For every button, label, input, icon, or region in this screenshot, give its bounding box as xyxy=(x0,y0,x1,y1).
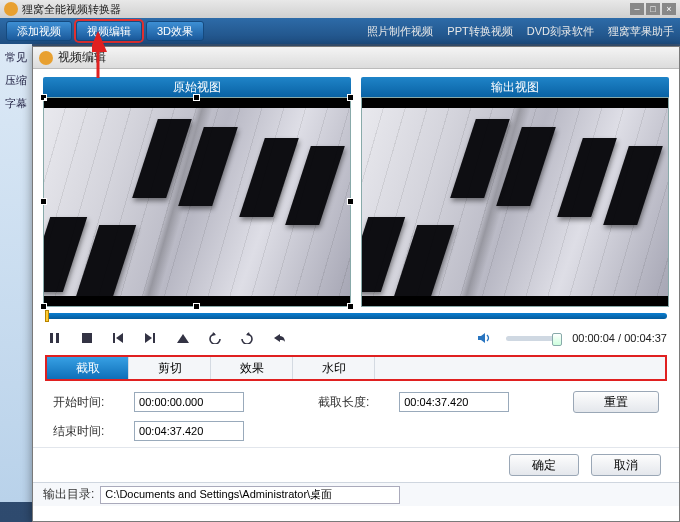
crop-handle[interactable] xyxy=(347,198,354,205)
editor-titlebar: 视频编辑 xyxy=(33,47,679,69)
app-title: 狸窝全能视频转换器 xyxy=(22,2,121,17)
editor-tabs: 截取 剪切 效果 水印 xyxy=(45,355,667,381)
playback-controls: 00:00:04 / 00:04:37 xyxy=(33,325,679,351)
rotate-left-button[interactable] xyxy=(205,330,225,346)
end-time-input[interactable] xyxy=(134,421,244,441)
pause-button[interactable] xyxy=(45,330,65,346)
crop-handle[interactable] xyxy=(347,303,354,310)
volume-icon[interactable] xyxy=(474,330,494,346)
tab-watermark[interactable]: 水印 xyxy=(293,357,375,379)
trim-params: 开始时间: 截取长度: 重置 结束时间: xyxy=(33,381,679,447)
next-frame-button[interactable] xyxy=(141,330,161,346)
prev-frame-button[interactable] xyxy=(109,330,129,346)
stop-button[interactable] xyxy=(77,330,97,346)
svg-rect-2 xyxy=(56,333,59,343)
volume-slider[interactable] xyxy=(506,336,560,341)
sidebar-item-compress[interactable]: 压缩 xyxy=(0,73,32,88)
time-display: 00:00:04 / 00:04:37 xyxy=(572,332,667,344)
editor-icon xyxy=(39,51,53,65)
progress-bar[interactable] xyxy=(45,313,667,319)
original-preview[interactable] xyxy=(43,97,351,307)
video-editor-dialog: 视频编辑 原始视图 xyxy=(32,46,680,522)
crop-handle[interactable] xyxy=(193,303,200,310)
main-window: 狸窝全能视频转换器 – □ × 添加视频 视频编辑 3D效果 照片制作视频 PP… xyxy=(0,0,680,522)
svg-rect-4 xyxy=(113,333,115,343)
main-titlebar: 狸窝全能视频转换器 – □ × xyxy=(0,0,680,18)
toolbar-links: 照片制作视频 PPT转换视频 DVD刻录软件 狸窝苹果助手 xyxy=(367,24,674,39)
link-ppt[interactable]: PPT转换视频 xyxy=(447,24,512,39)
ok-button[interactable]: 确定 xyxy=(509,454,579,476)
crop-handle[interactable] xyxy=(40,94,47,101)
close-button[interactable]: × xyxy=(662,3,676,15)
duration-label: 截取长度: xyxy=(318,394,385,411)
reset-button[interactable]: 重置 xyxy=(573,391,659,413)
preview-row: 原始视图 xyxy=(33,69,679,311)
main-toolbar: 添加视频 视频编辑 3D效果 照片制作视频 PPT转换视频 DVD刻录软件 狸窝… xyxy=(0,18,680,44)
cancel-button[interactable]: 取消 xyxy=(591,454,661,476)
app-icon xyxy=(4,2,18,16)
output-view-header: 输出视图 xyxy=(361,77,669,97)
svg-rect-5 xyxy=(153,333,155,343)
dialog-buttons: 确定 取消 xyxy=(33,447,679,482)
sidebar-item-subtitle[interactable]: 字幕 xyxy=(0,96,32,111)
link-apple[interactable]: 狸窝苹果助手 xyxy=(608,24,674,39)
rotate-right-button[interactable] xyxy=(237,330,257,346)
start-time-label: 开始时间: xyxy=(53,394,120,411)
left-panel: 常见 压缩 字幕 xyxy=(0,44,32,502)
progress-row xyxy=(33,311,679,325)
video-edit-button[interactable]: 视频编辑 xyxy=(76,21,142,41)
svg-rect-1 xyxy=(50,333,53,343)
trim-start-handle[interactable] xyxy=(45,310,49,322)
crop-handle[interactable] xyxy=(40,303,47,310)
link-photo[interactable]: 照片制作视频 xyxy=(367,24,433,39)
crop-handle[interactable] xyxy=(347,94,354,101)
editor-title: 视频编辑 xyxy=(58,49,106,66)
svg-rect-3 xyxy=(82,333,92,343)
preview-image xyxy=(362,108,668,296)
end-time-label: 结束时间: xyxy=(53,423,120,440)
crop-handle[interactable] xyxy=(40,198,47,205)
3d-effect-button[interactable]: 3D效果 xyxy=(146,21,204,41)
duration-input[interactable] xyxy=(399,392,509,412)
crop-handle[interactable] xyxy=(193,94,200,101)
output-row: 输出目录: xyxy=(33,482,679,506)
start-time-input[interactable] xyxy=(134,392,244,412)
mark-in-button[interactable] xyxy=(173,330,193,346)
output-path-input[interactable] xyxy=(100,486,400,504)
tab-effect[interactable]: 效果 xyxy=(211,357,293,379)
undo-button[interactable] xyxy=(269,330,289,346)
maximize-button[interactable]: □ xyxy=(646,3,660,15)
output-preview xyxy=(361,97,669,307)
minimize-button[interactable]: – xyxy=(630,3,644,15)
sidebar-item-common[interactable]: 常见 xyxy=(0,50,32,65)
tab-crop[interactable]: 截取 xyxy=(47,357,129,379)
output-label: 输出目录: xyxy=(43,486,94,503)
tab-clip[interactable]: 剪切 xyxy=(129,357,211,379)
add-video-button[interactable]: 添加视频 xyxy=(6,21,72,41)
link-dvd[interactable]: DVD刻录软件 xyxy=(527,24,594,39)
preview-image xyxy=(44,108,350,296)
